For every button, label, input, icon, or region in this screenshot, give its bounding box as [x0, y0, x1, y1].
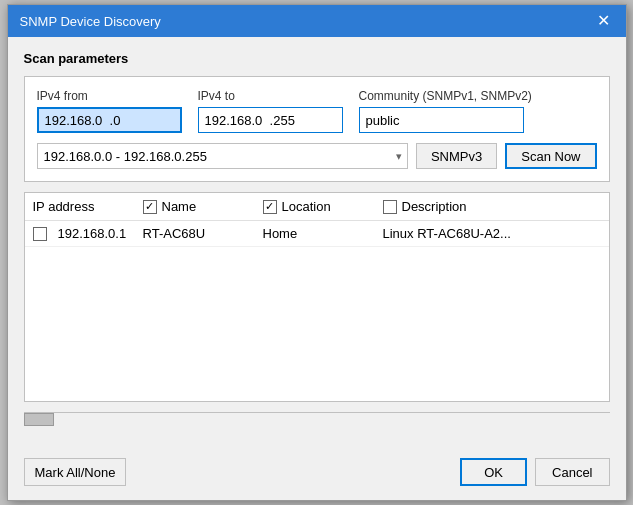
row-description-cell: Linux RT-AC68U-A2... — [383, 226, 601, 241]
community-label: Community (SNMPv1, SNMPv2) — [359, 89, 532, 103]
ipv4-from-group: IPv4 from — [37, 89, 182, 133]
col-description-label: Description — [402, 199, 467, 214]
dialog-footer: Mark All/None OK Cancel — [8, 450, 626, 500]
description-checkbox[interactable] — [383, 200, 397, 214]
snmp-discovery-dialog: SNMP Device Discovery ✕ Scan parameters … — [7, 4, 627, 501]
dialog-title: SNMP Device Discovery — [20, 14, 161, 29]
row-name-value: RT-AC68U — [143, 226, 206, 241]
location-checkbox[interactable] — [263, 200, 277, 214]
row-location-value: Home — [263, 226, 298, 241]
row-ip-cell: 192.168.0.1 — [33, 226, 143, 241]
scan-now-button[interactable]: Scan Now — [505, 143, 596, 169]
cancel-button[interactable]: Cancel — [535, 458, 609, 486]
row-name-cell: RT-AC68U — [143, 226, 263, 241]
title-bar: SNMP Device Discovery ✕ — [8, 5, 626, 37]
ip-fields-row: IPv4 from IPv4 to Community (SNMPv1, SNM… — [37, 89, 597, 133]
horizontal-scrollbar[interactable] — [24, 412, 610, 426]
ipv4-from-input[interactable] — [37, 107, 182, 133]
ok-button[interactable]: OK — [460, 458, 527, 486]
snmpv3-button[interactable]: SNMPv3 — [416, 143, 497, 169]
ipv4-to-input[interactable] — [198, 107, 343, 133]
range-dropdown[interactable]: 192.168.0.0 - 192.168.0.255 — [37, 143, 408, 169]
footer-right-buttons: OK Cancel — [460, 458, 609, 486]
col-location-header[interactable]: Location — [263, 199, 383, 214]
ipv4-to-group: IPv4 to — [198, 89, 343, 133]
col-location-label: Location — [282, 199, 331, 214]
col-ip-label: IP address — [33, 199, 95, 214]
row-checkbox[interactable] — [33, 227, 47, 241]
ipv4-from-label: IPv4 from — [37, 89, 182, 103]
col-ip-header: IP address — [33, 199, 143, 214]
name-checkbox[interactable] — [143, 200, 157, 214]
close-button[interactable]: ✕ — [594, 11, 614, 31]
scan-params-panel: IPv4 from IPv4 to Community (SNMPv1, SNM… — [24, 76, 610, 182]
row-ip-value: 192.168.0.1 — [58, 226, 127, 241]
col-name-header[interactable]: Name — [143, 199, 263, 214]
table-row[interactable]: 192.168.0.1 RT-AC68U Home Linux RT-AC68U… — [25, 221, 609, 247]
ipv4-to-label: IPv4 to — [198, 89, 343, 103]
range-row: 192.168.0.0 - 192.168.0.255 SNMPv3 Scan … — [37, 143, 597, 169]
community-input[interactable] — [359, 107, 524, 133]
table-header: IP address Name Location Description — [25, 193, 609, 221]
col-description-header[interactable]: Description — [383, 199, 601, 214]
mark-all-none-button[interactable]: Mark All/None — [24, 458, 127, 486]
section-label: Scan parameters — [24, 51, 610, 66]
results-table: IP address Name Location Description — [24, 192, 610, 402]
community-group: Community (SNMPv1, SNMPv2) — [359, 89, 532, 133]
table-body: 192.168.0.1 RT-AC68U Home Linux RT-AC68U… — [25, 221, 609, 401]
col-name-label: Name — [162, 199, 197, 214]
row-location-cell: Home — [263, 226, 383, 241]
scrollbar-thumb[interactable] — [24, 413, 54, 426]
range-dropdown-wrapper[interactable]: 192.168.0.0 - 192.168.0.255 — [37, 143, 408, 169]
row-description-value: Linux RT-AC68U-A2... — [383, 226, 511, 241]
dialog-body: Scan parameters IPv4 from IPv4 to Commun… — [8, 37, 626, 450]
